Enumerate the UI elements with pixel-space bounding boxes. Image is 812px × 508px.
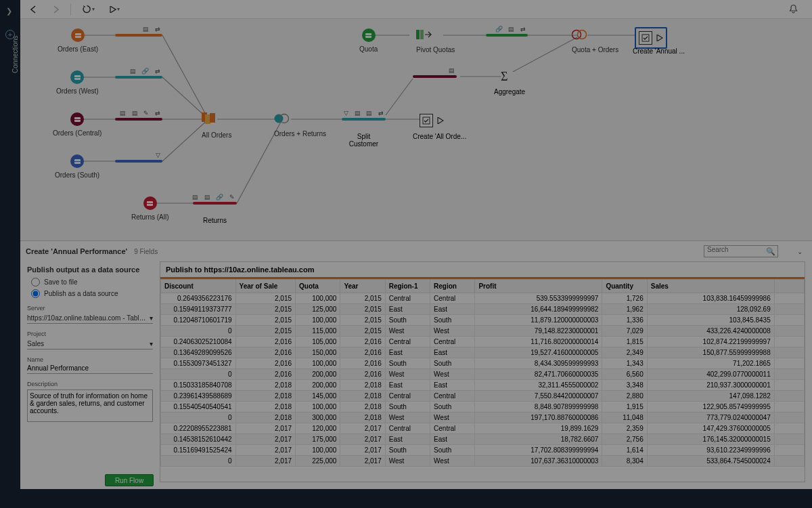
col-header[interactable]: Region-1 bbox=[385, 280, 430, 293]
name-label: Name bbox=[27, 356, 153, 363]
output-all-orders-label: Create 'All Orde... bbox=[413, 133, 466, 140]
node-orders-central[interactable]: Orders (Central) bbox=[53, 112, 102, 137]
node-quota-orders[interactable]: Quota + Orders bbox=[572, 29, 618, 54]
table-row[interactable]: 0.159491193737772,015125,0002,015EastEas… bbox=[161, 304, 805, 315]
node-orders-east[interactable]: Orders (East) bbox=[58, 28, 98, 53]
server-select[interactable]: https://10az.online.tableau.com - Tablea… bbox=[27, 313, 153, 324]
table-row[interactable]: 0.26493562231762,015100,0002,015CentralC… bbox=[161, 293, 805, 304]
aggregate-label: Aggregate bbox=[494, 88, 525, 96]
aggregate-icon[interactable]: Σ bbox=[501, 70, 508, 84]
project-select[interactable]: Sales▾ bbox=[27, 339, 153, 350]
table-row[interactable]: 02,018300,0002,018WestWest197,170.887600… bbox=[161, 412, 805, 423]
output-annual-label: Create 'Annual ... bbox=[633, 47, 685, 55]
svg-rect-42 bbox=[642, 35, 649, 41]
pane-title: Create 'Annual Performance' bbox=[26, 247, 127, 255]
server-label: Server bbox=[27, 305, 153, 312]
run-button[interactable]: ▾ bbox=[106, 1, 122, 18]
collapse-pane-icon[interactable]: ⌄ bbox=[797, 248, 803, 255]
svg-line-15 bbox=[386, 79, 413, 115]
node-quota[interactable]: Quota bbox=[359, 28, 378, 53]
step-preagg[interactable]: ▤ bbox=[413, 75, 457, 78]
table-row[interactable]: 0.240630252100842,016105,0002,016Central… bbox=[161, 337, 805, 347]
output-create-all-orders[interactable] bbox=[420, 114, 444, 127]
col-header[interactable]: Region bbox=[430, 280, 475, 293]
node-all-orders[interactable]: All Orders bbox=[202, 112, 231, 139]
table-row[interactable]: 0.136492890995262,016150,0002,016EastEas… bbox=[161, 347, 805, 358]
step-east[interactable]: ▤ ⇄ bbox=[115, 34, 162, 37]
expand-sidebar-icon[interactable]: ❯ bbox=[6, 7, 12, 16]
svg-point-41 bbox=[578, 30, 587, 39]
svg-rect-29 bbox=[147, 203, 153, 204]
forward-button[interactable] bbox=[47, 1, 64, 18]
node-pivot-quotas[interactable]: Pivot Quotas bbox=[416, 28, 455, 54]
node-returns-all[interactable]: Returns (All) bbox=[131, 196, 169, 221]
table-row[interactable]: 02,016200,0002,016WestWest82,471.7066000… bbox=[161, 369, 805, 380]
table-row[interactable]: 0.155405405405412,018100,0002,018SouthSo… bbox=[161, 402, 805, 412]
desc-input[interactable] bbox=[27, 389, 153, 422]
search-input[interactable] bbox=[707, 246, 761, 253]
search-box[interactable]: 🔍 bbox=[704, 245, 778, 257]
preview-table[interactable]: DiscountYear of SaleQuotaYearRegion-1Reg… bbox=[160, 279, 805, 467]
svg-rect-35 bbox=[423, 117, 430, 124]
field-count: 9 Fields bbox=[134, 248, 158, 255]
play-icon[interactable] bbox=[437, 117, 444, 124]
output-config-pane: Create 'Annual Performance' 9 Fields 🔍 ⌄… bbox=[20, 241, 812, 489]
svg-rect-32 bbox=[210, 113, 215, 123]
col-header[interactable]: Year of Sale bbox=[235, 280, 295, 293]
svg-rect-27 bbox=[74, 161, 81, 162]
table-row[interactable]: 02,015115,0002,015WestWest79,148.8223000… bbox=[161, 326, 805, 337]
step-west[interactable]: ▤ 🔗 ⇄ bbox=[115, 76, 162, 79]
search-icon: 🔍 bbox=[766, 247, 775, 256]
svg-rect-31 bbox=[205, 114, 210, 124]
svg-rect-25 bbox=[74, 119, 81, 120]
col-header[interactable]: Discount bbox=[161, 280, 236, 293]
radio-publish[interactable]: Publish as a data source bbox=[31, 289, 153, 298]
table-row[interactable]: 0.120487106017192,015100,0002,015SouthSo… bbox=[161, 315, 805, 326]
table-row[interactable]: 0.239614395886892,018145,0002,018Central… bbox=[161, 391, 805, 402]
step-central[interactable]: ▤ ▤ ✎ ⇄ bbox=[115, 118, 162, 121]
table-row[interactable]: 0.145381526104422,017175,0002,017EastEas… bbox=[161, 434, 805, 445]
status-bar bbox=[0, 489, 812, 508]
step-split-customer[interactable]: ▽ ▤ ▤ ⇄Split Customer bbox=[342, 118, 386, 148]
table-row[interactable]: 0.222089552238812,017120,0002,017Central… bbox=[161, 423, 805, 434]
step-returns[interactable]: ▤ ▤ 🔗 ✎Returns bbox=[193, 202, 237, 224]
output-create-annual[interactable] bbox=[635, 27, 667, 49]
col-header[interactable]: Quantity bbox=[602, 280, 647, 293]
flow-canvas[interactable]: Orders (East) Orders (West) Orders (Cent… bbox=[20, 19, 812, 241]
table-row[interactable]: 02,017225,0002,017WestWest107,637.363100… bbox=[161, 456, 805, 467]
col-header[interactable]: Year bbox=[340, 280, 385, 293]
node-orders-returns[interactable]: Orders + Returns bbox=[274, 113, 326, 137]
node-orders-west[interactable]: Orders (West) bbox=[56, 70, 99, 95]
svg-rect-37 bbox=[365, 35, 371, 36]
connections-label: Connections bbox=[12, 35, 19, 73]
node-orders-south[interactable]: Orders (South) bbox=[55, 154, 99, 179]
svg-point-33 bbox=[275, 114, 284, 123]
table-row[interactable]: 0.150331858407082,018200,0002,018EastEas… bbox=[161, 380, 805, 391]
notifications-icon[interactable] bbox=[785, 1, 801, 18]
svg-point-40 bbox=[572, 30, 581, 39]
svg-line-1 bbox=[162, 35, 208, 119]
run-flow-button[interactable]: Run Flow bbox=[105, 474, 154, 486]
radio-save-file[interactable]: Save to file bbox=[31, 278, 153, 287]
col-header[interactable]: Quota bbox=[296, 280, 340, 293]
output-icon bbox=[420, 114, 433, 127]
publish-section-label: Publish output as a data source bbox=[27, 266, 153, 274]
table-row[interactable]: 0.151694915254242,017100,0002,017SouthSo… bbox=[161, 445, 805, 456]
svg-rect-21 bbox=[75, 35, 81, 36]
step-quota-clean[interactable]: 🔗 ▤ ⇄ bbox=[486, 34, 528, 37]
col-header[interactable]: Sales bbox=[647, 280, 774, 293]
name-input[interactable] bbox=[27, 363, 153, 374]
step-south[interactable]: ▽ bbox=[115, 160, 162, 163]
back-button[interactable] bbox=[26, 1, 42, 18]
publish-form: Publish output as a data source Save to … bbox=[20, 261, 160, 489]
svg-rect-38 bbox=[416, 30, 420, 39]
desc-label: Description bbox=[27, 381, 153, 387]
svg-rect-39 bbox=[420, 30, 424, 39]
refresh-button[interactable]: ▾ bbox=[81, 1, 97, 18]
col-header[interactable]: Profit bbox=[475, 280, 602, 293]
table-row[interactable]: 0.155309734513272,016100,0002,016SouthSo… bbox=[161, 358, 805, 369]
publish-destination: Publish to https://10az.online.tableau.c… bbox=[160, 262, 805, 277]
output-icon bbox=[639, 31, 652, 45]
project-label: Project bbox=[27, 331, 153, 337]
play-icon[interactable] bbox=[656, 35, 663, 41]
